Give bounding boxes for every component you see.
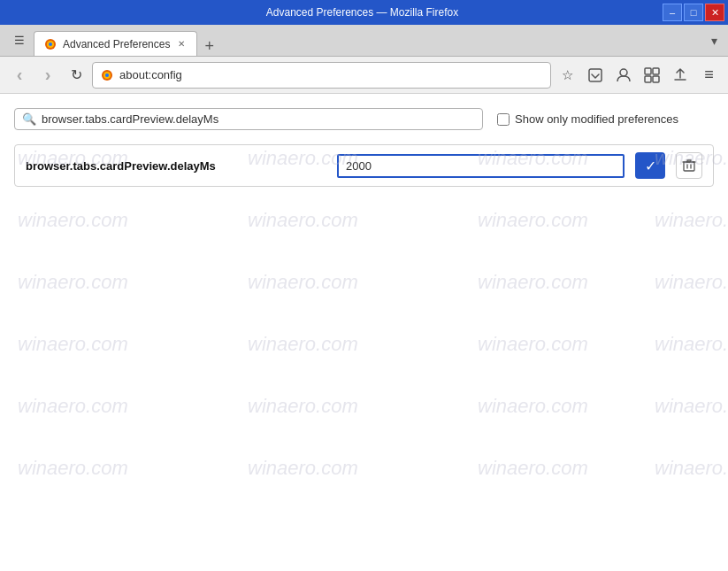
- tab-close-button[interactable]: ✕: [175, 38, 188, 50]
- window-title: Advanced Preferences — Mozilla Firefox: [62, 6, 663, 19]
- tab-favicon: [43, 37, 57, 51]
- svg-point-2: [49, 42, 52, 46]
- preference-delete-button[interactable]: [676, 152, 702, 179]
- svg-rect-9: [653, 68, 659, 74]
- close-button[interactable]: ✕: [705, 4, 724, 21]
- svg-rect-12: [684, 162, 694, 171]
- show-modified-label: Show only modified preferences: [515, 112, 678, 126]
- menu-button[interactable]: ≡: [696, 63, 721, 88]
- search-row: 🔍 Show only modified preferences: [14, 108, 714, 130]
- nav-icons-right: ☆ ≡: [555, 63, 721, 88]
- sidebar-toggle[interactable]: ☰: [7, 27, 32, 52]
- svg-rect-6: [589, 69, 602, 81]
- title-bar: Advanced Preferences — Mozilla Firefox –…: [0, 0, 728, 25]
- preference-confirm-button[interactable]: ✓: [635, 152, 665, 179]
- back-button[interactable]: ‹: [7, 63, 32, 88]
- tab-label: Advanced Preferences: [63, 38, 170, 50]
- url-favicon: [100, 68, 114, 82]
- preference-value-input[interactable]: [337, 154, 625, 178]
- svg-rect-11: [653, 76, 659, 82]
- search-icon: 🔍: [22, 112, 36, 126]
- search-box[interactable]: 🔍: [14, 108, 483, 130]
- bookmark-button[interactable]: ☆: [555, 63, 579, 88]
- reload-button[interactable]: ↻: [64, 63, 88, 88]
- tab-bar: ☰ Advanced Preferences ✕ + ▾: [0, 25, 728, 57]
- preference-row: browser.tabs.cardPreview.delayMs ✓: [14, 144, 714, 187]
- tab-advanced-preferences[interactable]: Advanced Preferences ✕: [34, 31, 197, 56]
- url-text: about:config: [119, 68, 543, 81]
- maximize-button[interactable]: □: [684, 4, 703, 21]
- extensions-button[interactable]: [640, 63, 664, 88]
- url-bar[interactable]: about:config: [92, 62, 551, 89]
- title-bar-controls: – □ ✕: [663, 4, 724, 21]
- show-modified-checkbox[interactable]: [497, 113, 510, 126]
- main-content: winaero.comwinaero.comwinaero.comwinaero…: [0, 94, 728, 571]
- svg-rect-8: [645, 68, 651, 74]
- forward-button[interactable]: ›: [35, 63, 60, 88]
- profile-button[interactable]: [611, 63, 636, 88]
- svg-rect-10: [645, 76, 651, 82]
- tab-list-button[interactable]: ▾: [708, 30, 721, 51]
- share-button[interactable]: [668, 63, 693, 88]
- minimize-button[interactable]: –: [663, 4, 682, 21]
- svg-point-5: [105, 73, 109, 77]
- new-tab-button[interactable]: +: [199, 36, 219, 56]
- search-input[interactable]: [42, 112, 475, 126]
- show-modified-container: Show only modified preferences: [497, 112, 678, 126]
- preference-name: browser.tabs.cardPreview.delayMs: [26, 159, 326, 173]
- nav-bar: ‹ › ↻ about:config ☆ ≡: [0, 57, 728, 94]
- pocket-button[interactable]: [583, 63, 608, 88]
- svg-point-7: [620, 69, 627, 76]
